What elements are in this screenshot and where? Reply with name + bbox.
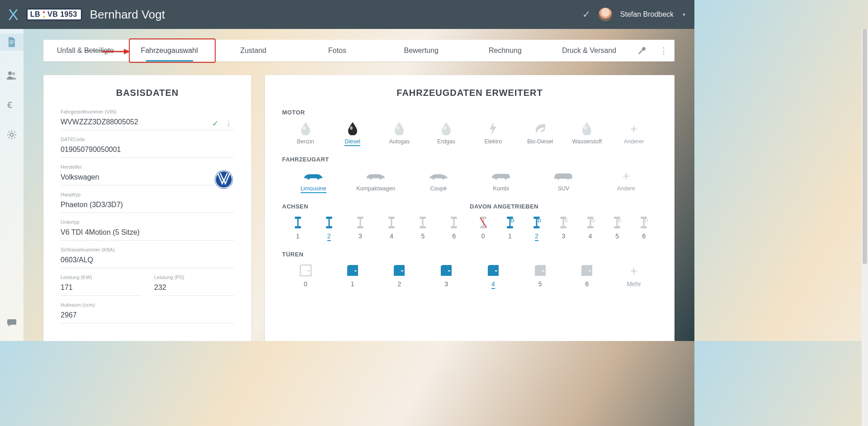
axles-opt-3[interactable]: 3 — [344, 213, 376, 245]
confirm-icon[interactable]: ✓ — [582, 9, 590, 20]
rail-chat-icon[interactable] — [6, 317, 17, 328]
field-kba[interactable]: Schlüsselnummer (KBA) 0603/ALQ — [61, 247, 234, 268]
driven-opt-6[interactable]: 6 — [631, 213, 657, 245]
svg-rect-58 — [533, 217, 540, 219]
panel-fahrzeugdaten: FAHRZEUGDATEN ERWEITERT MOTOR Benzin Die… — [265, 75, 675, 341]
user-menu-caret-icon[interactable]: ▼ — [682, 12, 686, 17]
vin-download-icon[interactable]: ⭳ — [225, 119, 232, 128]
type-opt-kompaktwagen[interactable]: Kompaktwagen — [344, 166, 407, 197]
tab-druck-versand[interactable]: Druck & Versand — [547, 40, 631, 62]
rail-euro-icon[interactable]: € — [6, 99, 17, 110]
svg-rect-39 — [357, 226, 363, 228]
motor-icon — [534, 121, 547, 136]
doors-options: 0 1 2 3 4 5 6 ＋ — [282, 260, 657, 293]
field-ps[interactable]: Leistung (PS) 232 — [154, 275, 234, 296]
field-subtype[interactable]: Untertyp V6 TDI 4Motion (5 Sitze) — [61, 219, 234, 241]
axles-opt-2[interactable]: 2 — [313, 213, 344, 245]
door-icon: ＋ — [628, 263, 640, 278]
driven-opt-2[interactable]: 2 — [524, 213, 550, 245]
field-datcode[interactable]: DAT€Code 019050790050001 — [61, 137, 234, 158]
svg-rect-47 — [451, 217, 457, 219]
svg-rect-79 — [401, 270, 403, 271]
wrench-icon[interactable] — [631, 40, 653, 62]
driven-opt-5[interactable]: 5 — [604, 213, 630, 245]
svg-rect-32 — [295, 217, 301, 219]
motor-icon — [488, 121, 498, 136]
svg-rect-78 — [354, 270, 357, 271]
tab-unfall-beteiligte[interactable]: Unfall & Beteiligte — [43, 40, 127, 62]
doors-opt-3[interactable]: 3 — [423, 260, 470, 293]
process-tabs: Unfall & Beteiligte Fahrzeugauswahl Zust… — [43, 40, 675, 62]
svg-point-72 — [618, 219, 621, 222]
more-icon[interactable]: ⋮ — [653, 40, 675, 62]
tab-rechnung[interactable]: Rechnung — [463, 40, 547, 62]
svg-rect-48 — [451, 226, 457, 228]
rail-document-icon[interactable] — [0, 33, 24, 51]
doors-opt-5[interactable]: 5 — [517, 260, 564, 293]
field-ccm[interactable]: Hubraum (ccm) 2967 — [61, 302, 234, 323]
driven-opt-0[interactable]: 0 — [470, 213, 496, 245]
car-icon — [365, 168, 386, 183]
type-opt-kombi[interactable]: Kombi — [470, 166, 532, 197]
motor-opt-wasserstoff[interactable]: Wasserstoff — [564, 118, 611, 150]
content-area: Unfall & Beteiligte Fahrzeugauswahl Zust… — [24, 29, 694, 341]
driven-axle-icon — [506, 215, 514, 230]
motor-opt-benzin[interactable]: Benzin — [282, 118, 329, 150]
tab-bewertung[interactable]: Bewertung — [379, 40, 463, 62]
driven-opt-4[interactable]: 4 — [577, 213, 604, 245]
rail-people-icon[interactable] — [6, 70, 17, 80]
tab-fahrzeugauswahl[interactable]: Fahrzeugauswahl — [127, 40, 212, 62]
door-icon — [533, 263, 547, 278]
axles-opt-5[interactable]: 5 — [407, 213, 439, 245]
svg-rect-66 — [587, 217, 594, 219]
doors-opt-6[interactable]: 6 — [564, 260, 611, 293]
type-opt-suv[interactable]: SUV — [532, 166, 594, 197]
motor-icon — [347, 121, 359, 136]
axles-opt-4[interactable]: 4 — [376, 213, 407, 245]
svg-point-21 — [307, 177, 310, 180]
field-maintype[interactable]: Haupttyp Phaeton (3D3/3D7) — [61, 192, 234, 213]
svg-rect-74 — [641, 217, 647, 219]
rail-gear-icon[interactable] — [6, 129, 17, 140]
type-opt-limousine[interactable]: Limousine — [282, 166, 344, 197]
svg-rect-44 — [420, 217, 426, 219]
motor-opt-autogas[interactable]: Autogas — [376, 118, 423, 150]
svg-point-64 — [565, 219, 567, 222]
tab-fotos[interactable]: Fotos — [295, 40, 379, 62]
motor-opt-erdgas[interactable]: Erdgas — [423, 118, 470, 150]
motor-opt-bio-diesel[interactable]: Bio-Diesel — [517, 118, 564, 150]
license-plate[interactable]: LB VB 1953 — [27, 9, 82, 20]
user-name[interactable]: Stefan Brodbeck — [620, 10, 674, 19]
svg-rect-54 — [507, 217, 513, 219]
axles-opt-6[interactable]: 6 — [439, 213, 470, 245]
doors-opt-4[interactable]: 4 — [470, 260, 517, 293]
type-options: Limousine Kompaktwagen Coupé Kombi SUV ＋… — [282, 166, 657, 197]
svg-text:€: € — [7, 100, 12, 110]
svg-point-76 — [645, 219, 648, 222]
motor-opt-diesel[interactable]: Diesel — [329, 118, 376, 150]
type-opt-coupé[interactable]: Coupé — [407, 166, 470, 197]
svg-point-3 — [10, 133, 14, 137]
avatar[interactable] — [599, 8, 612, 21]
field-maker[interactable]: Hersteller Volkswagen — [61, 164, 234, 185]
type-opt-andere[interactable]: ＋ Andere — [595, 166, 657, 197]
field-kw[interactable]: Leistung (KW) 171 — [61, 275, 141, 296]
driven-opt-1[interactable]: 1 — [496, 213, 523, 245]
driven-opt-3[interactable]: 3 — [550, 213, 577, 245]
svg-point-30 — [567, 177, 570, 180]
motor-opt-elektro[interactable]: Elektro — [470, 118, 517, 150]
driven-axle-icon — [479, 215, 487, 230]
car-icon: ＋ — [620, 168, 632, 183]
axles-opt-1[interactable]: 1 — [282, 213, 313, 245]
doors-opt-2[interactable]: 2 — [376, 260, 423, 293]
svg-rect-63 — [560, 226, 566, 228]
doors-opt-0[interactable]: 0 — [282, 260, 329, 293]
label-type: FAHRZEUGART — [282, 156, 657, 163]
doors-opt-Mehr[interactable]: ＋ Mehr — [610, 260, 657, 293]
doors-opt-1[interactable]: 1 — [329, 260, 376, 293]
plate-region: LB — [30, 10, 40, 19]
motor-opt-anderer[interactable]: ＋ Anderer — [610, 118, 657, 150]
motor-icon — [300, 121, 311, 136]
tab-zustand[interactable]: Zustand — [211, 40, 295, 62]
field-vin[interactable]: Fahrgestellnummer (VIN) WVWZZZ3DZ8800505… — [61, 109, 234, 130]
